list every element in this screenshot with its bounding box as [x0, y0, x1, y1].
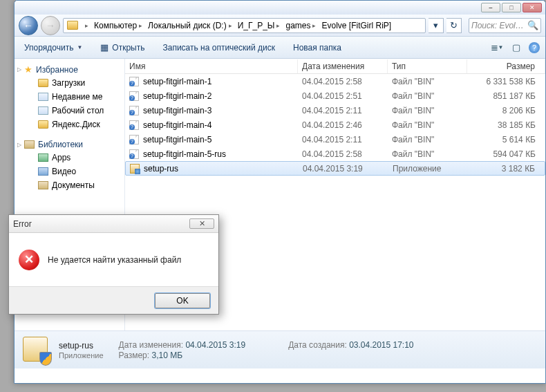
maximize-button[interactable]: □ [502, 3, 521, 12]
breadcrumb-item[interactable]: games▸ [283, 20, 319, 31]
error-close-button[interactable]: ✕ [189, 218, 214, 229]
file-date: 04.04.2015 3:19 [299, 164, 388, 174]
burn-button[interactable]: Записать на оптический диск [158, 41, 279, 55]
file-row[interactable]: ?setup-fitgirl-main-504.04.2015 2:11Файл… [125, 132, 545, 147]
file-size: 594 047 КБ [467, 149, 545, 159]
sidebar-item-downloads[interactable]: Загрузки [15, 76, 124, 90]
col-size[interactable]: Размер [467, 59, 545, 73]
status-file-icon [21, 335, 50, 364]
open-icon: ▦ [100, 42, 109, 53]
error-message: Не удается найти указанный файл [48, 255, 181, 265]
help-button[interactable]: ? [529, 42, 540, 53]
file-name: setup-rus [144, 164, 178, 174]
file-date: 04.04.2015 2:46 [298, 120, 388, 130]
error-dialog: Error ✕ ✕ Не удается найти указанный фай… [8, 214, 219, 315]
col-date[interactable]: Дата изменения [298, 59, 388, 73]
sidebar-libraries-header[interactable]: ▷Библиотеки [15, 138, 124, 151]
file-icon: ? [129, 106, 139, 115]
back-button[interactable]: ← [19, 16, 38, 35]
file-row[interactable]: ?setup-fitgirl-main-204.04.2015 2:51Файл… [125, 88, 545, 103]
file-row[interactable]: setup-rus04.04.2015 3:19Приложение3 182 … [125, 161, 545, 176]
search-input[interactable]: Поиск: Evol… 🔍 [469, 18, 541, 33]
status-size-label: Размер: [119, 351, 150, 360]
status-size-value: 3,10 МБ [151, 351, 182, 360]
open-button[interactable]: ▦Открыть [96, 40, 149, 55]
view-mode-button[interactable]: ≣ ▼ [490, 41, 504, 55]
sidebar-item-video[interactable]: Видео [15, 165, 124, 178]
star-icon: ★ [24, 64, 32, 75]
status-bar: setup-rus Приложение Дата изменения: 04.… [15, 330, 545, 368]
file-date: 04.04.2015 2:58 [298, 77, 388, 86]
titlebar: ‒ □ ✕ [15, 1, 545, 15]
sidebar-item-recent[interactable]: Недавние ме [15, 90, 124, 104]
status-type: Приложение [59, 351, 104, 360]
error-ok-button[interactable]: OK [155, 293, 210, 308]
file-type: Файл "BIN" [388, 106, 467, 115]
desktop-icon [38, 106, 48, 115]
folder-icon [38, 79, 48, 87]
file-size: 851 187 КБ [467, 91, 545, 101]
organize-button[interactable]: Упорядочить▼ [20, 41, 86, 55]
file-size: 5 614 КБ [467, 135, 545, 144]
file-type: Файл "BIN" [388, 135, 467, 144]
file-icon: ? [129, 91, 139, 101]
col-type[interactable]: Тип [388, 59, 467, 73]
file-size: 8 206 КБ [467, 106, 545, 115]
breadcrumb-item[interactable]: Компьютер▸ [91, 20, 145, 31]
error-titlebar[interactable]: Error ✕ [9, 215, 218, 233]
file-row[interactable]: ?setup-fitgirl-main-104.04.2015 2:58Файл… [125, 74, 545, 88]
status-name: setup-rus [59, 341, 104, 351]
file-type: Файл "BIN" [388, 77, 467, 86]
file-row[interactable]: ?setup-fitgirl-main-304.04.2015 2:11Файл… [125, 103, 545, 118]
breadcrumb-item[interactable]: Evolve [FitGirl RiP] [319, 20, 394, 31]
minimize-button[interactable]: ‒ [481, 3, 500, 12]
breadcrumb-sep[interactable]: ▸ [80, 21, 91, 30]
file-date: 04.04.2015 2:11 [298, 135, 388, 144]
search-icon: 🔍 [527, 20, 538, 30]
refresh-button[interactable]: ↻ [446, 18, 462, 33]
library-icon [24, 140, 35, 149]
col-name[interactable]: Имя [125, 59, 298, 73]
documents-icon [38, 181, 48, 189]
file-name: setup-fitgirl-main-3 [143, 106, 211, 115]
apps-icon [38, 153, 48, 162]
file-date: 04.04.2015 2:11 [298, 106, 388, 115]
history-dropdown[interactable]: ▾ [429, 18, 444, 33]
file-type: Файл "BIN" [388, 91, 467, 101]
file-icon: ? [129, 149, 139, 159]
error-title: Error [13, 219, 32, 229]
close-button[interactable]: ✕ [523, 3, 542, 12]
folder-icon [38, 120, 48, 129]
file-icon: ? [129, 120, 139, 130]
file-size: 6 331 538 КБ [467, 77, 545, 86]
sidebar-favorites-header[interactable]: ▷★Избранное [15, 63, 124, 76]
file-name: setup-fitgirl-main-4 [143, 120, 211, 130]
recent-icon [38, 93, 48, 101]
video-icon [38, 167, 48, 176]
status-created-label: Дата создания: [288, 340, 347, 350]
file-row[interactable]: ?setup-fitgirl-main-404.04.2015 2:46Файл… [125, 118, 545, 132]
forward-button[interactable]: → [41, 16, 60, 35]
breadcrumb-item[interactable]: И_Г_Р_Ы▸ [235, 20, 283, 31]
file-row[interactable]: ?setup-fitgirl-main-5-rus04.04.2015 2:58… [125, 147, 545, 161]
error-icon: ✕ [19, 250, 39, 270]
sidebar-item-yandex[interactable]: Яндекс.Диск [15, 118, 124, 131]
file-name: setup-fitgirl-main-2 [143, 91, 211, 101]
new-folder-button[interactable]: Новая папка [289, 41, 346, 55]
sidebar-item-apps[interactable]: Apps [15, 151, 124, 165]
file-size: 38 185 КБ [467, 120, 545, 130]
breadcrumb-item[interactable]: Локальный диск (D:)▸ [145, 20, 235, 31]
nav-bar: ← → ▸ Компьютер▸ Локальный диск (D:)▸ И_… [15, 15, 545, 37]
explorer-window: ‒ □ ✕ ← → ▸ Компьютер▸ Локальный диск (D… [14, 0, 546, 384]
preview-pane-button[interactable]: ▢ [509, 41, 523, 55]
folder-icon [67, 21, 78, 30]
sidebar-item-desktop[interactable]: Рабочий стол [15, 104, 124, 118]
file-name: setup-fitgirl-main-1 [143, 77, 211, 86]
column-headers: Имя Дата изменения Тип Размер [125, 59, 545, 74]
status-date-value: 04.04.2015 3:19 [185, 340, 245, 350]
sidebar-item-documents[interactable]: Документы [15, 178, 124, 192]
file-name: setup-fitgirl-main-5-rus [143, 149, 226, 159]
file-icon: ? [129, 135, 139, 144]
address-bar[interactable]: ▸ Компьютер▸ Локальный диск (D:)▸ И_Г_Р_… [63, 18, 426, 33]
file-type: Файл "BIN" [388, 120, 467, 130]
